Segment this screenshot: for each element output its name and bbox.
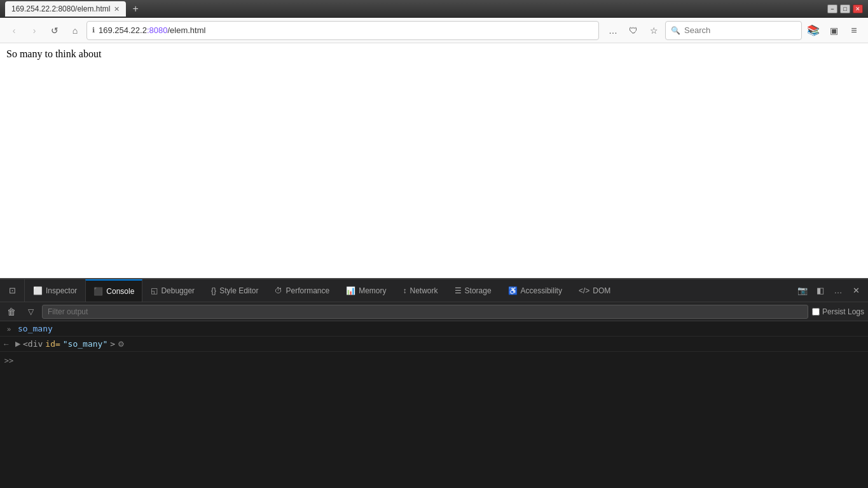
- tab-title: 169.254.22.2:8080/elem.html: [11, 4, 110, 13]
- console-tag: <div id="so_many">: [23, 339, 115, 349]
- sidebar-button[interactable]: ▣: [825, 22, 843, 39]
- responsive-button[interactable]: ◧: [812, 282, 829, 299]
- console-chevron-1: »: [0, 325, 18, 333]
- devtools-right-icons: 📷 ◧ … ✕: [790, 279, 868, 302]
- tab-performance[interactable]: ⏱ Performance: [266, 279, 338, 302]
- console-prompt: >>: [0, 356, 18, 365]
- tab-style-editor[interactable]: {} Style Editor: [203, 279, 266, 302]
- console-row-1: » so_many: [0, 321, 868, 337]
- page-text: So many to think about: [6, 48, 862, 60]
- titlebar-tabs: 169.254.22.2:8080/elem.html ✕ +: [5, 1, 142, 17]
- console-toolbar: 🗑 ▽ Persist Logs: [0, 302, 868, 321]
- window-titlebar: 169.254.22.2:8080/elem.html ✕ + − □ ✕: [0, 0, 868, 18]
- tab-network[interactable]: ↕ Network: [395, 279, 446, 302]
- tab-close-button[interactable]: ✕: [114, 5, 120, 13]
- browser-menu-button[interactable]: ≡: [845, 22, 863, 39]
- security-icon: ℹ: [92, 26, 95, 34]
- filter-input[interactable]: [42, 305, 808, 319]
- tag-open: <div: [23, 339, 43, 349]
- console-input-row: >>: [0, 352, 868, 370]
- devtools-toolbar: ⊡ ⬜ Inspector ⬛ Console ◱ Debugger {} St…: [0, 279, 868, 302]
- console-back-arrow[interactable]: ←: [0, 340, 13, 349]
- tab-performance-label: Performance: [286, 286, 329, 295]
- devtools-inspect-button[interactable]: ⊡: [4, 282, 20, 299]
- performance-icon: ⏱: [275, 286, 282, 295]
- tab-accessibility-label: Accessibility: [521, 286, 562, 295]
- more-options-button[interactable]: …: [604, 22, 622, 39]
- storage-icon: ☰: [455, 286, 462, 295]
- persist-logs-checkbox[interactable]: [812, 308, 820, 316]
- memory-icon: 📊: [346, 286, 355, 295]
- tab-storage-label: Storage: [465, 286, 492, 295]
- tab-console[interactable]: ⬛ Console: [85, 279, 142, 302]
- tab-accessibility[interactable]: ♿ Accessibility: [500, 279, 570, 302]
- browser-toolbar: ‹ › ↺ ⌂ ℹ 169.254.22.2:8080/elem.html … …: [0, 18, 868, 43]
- network-icon: ↕: [403, 286, 407, 295]
- persist-logs-label: Persist Logs: [822, 307, 864, 316]
- tab-inspector-label: Inspector: [46, 286, 77, 295]
- tag-close: >: [110, 339, 115, 349]
- debugger-icon: ◱: [151, 286, 158, 295]
- tab-network-label: Network: [410, 286, 438, 295]
- home-button[interactable]: ⌂: [66, 22, 84, 39]
- url-display: 169.254.22.2:8080/elem.html: [99, 25, 593, 35]
- screenshot-button[interactable]: 📷: [794, 282, 811, 299]
- inspector-icon: ⬜: [33, 286, 43, 295]
- tab-console-label: Console: [106, 287, 134, 296]
- tag-attr-value: "so_many": [63, 339, 107, 349]
- dom-icon: </>: [579, 286, 589, 295]
- tab-memory[interactable]: 📊 Memory: [338, 279, 394, 302]
- tab-dom[interactable]: </> DOM: [570, 279, 619, 302]
- tag-attr-name: id=: [45, 339, 60, 349]
- console-row-2: ← ▶ <div id="so_many"> ⚙: [0, 337, 868, 352]
- devtools-close-button[interactable]: ✕: [848, 282, 864, 299]
- search-input[interactable]: [684, 25, 796, 35]
- shield-button[interactable]: 🛡: [624, 22, 642, 39]
- accessibility-icon: ♿: [508, 286, 518, 295]
- tab-storage[interactable]: ☰ Storage: [446, 279, 500, 302]
- devtools-panel: ⊡ ⬜ Inspector ⬛ Console ◱ Debugger {} St…: [0, 278, 868, 488]
- back-button[interactable]: ‹: [5, 22, 23, 39]
- tab-inspector[interactable]: ⬜ Inspector: [25, 279, 85, 302]
- tab-memory-label: Memory: [359, 286, 386, 295]
- console-expand-arrow[interactable]: ▶: [13, 340, 23, 348]
- address-bar[interactable]: ℹ 169.254.22.2:8080/elem.html: [86, 21, 599, 40]
- devtools-left-icons: ⊡: [0, 279, 25, 302]
- console-value-so-many: so_many: [18, 324, 53, 333]
- console-gear-button[interactable]: ⚙: [118, 340, 125, 349]
- library-button[interactable]: 📚: [804, 22, 822, 39]
- clear-console-button[interactable]: 🗑: [4, 304, 19, 319]
- tab-style-editor-label: Style Editor: [219, 286, 258, 295]
- minimize-button[interactable]: −: [827, 4, 837, 13]
- persist-logs-container: Persist Logs: [812, 307, 864, 316]
- page-content: So many to think about: [0, 43, 868, 278]
- devtools-more-button[interactable]: …: [830, 282, 846, 299]
- reload-button[interactable]: ↺: [46, 22, 64, 39]
- tab-debugger[interactable]: ◱ Debugger: [142, 279, 203, 302]
- forward-button[interactable]: ›: [25, 22, 43, 39]
- filter-button[interactable]: ▽: [23, 304, 38, 319]
- console-input[interactable]: [18, 356, 868, 366]
- window-controls: − □ ✕: [827, 4, 863, 13]
- tab-debugger-label: Debugger: [161, 286, 195, 295]
- new-tab-button[interactable]: +: [128, 3, 142, 15]
- console-content: » so_many ← ▶ <div id="so_many"> ⚙ >>: [0, 321, 868, 488]
- search-icon: 🔍: [671, 26, 680, 35]
- tab-dom-label: DOM: [593, 286, 610, 295]
- toolbar-actions: … 🛡 ☆: [604, 22, 663, 39]
- browser-tab[interactable]: 169.254.22.2:8080/elem.html ✕: [5, 1, 126, 17]
- console-icon: ⬛: [93, 287, 103, 296]
- devtools-tabs: ⬜ Inspector ⬛ Console ◱ Debugger {} Styl…: [25, 279, 790, 302]
- maximize-button[interactable]: □: [840, 4, 850, 13]
- close-button[interactable]: ✕: [853, 4, 863, 13]
- bookmark-button[interactable]: ☆: [645, 22, 663, 39]
- search-bar[interactable]: 🔍: [665, 21, 802, 40]
- style-editor-icon: {}: [211, 286, 216, 295]
